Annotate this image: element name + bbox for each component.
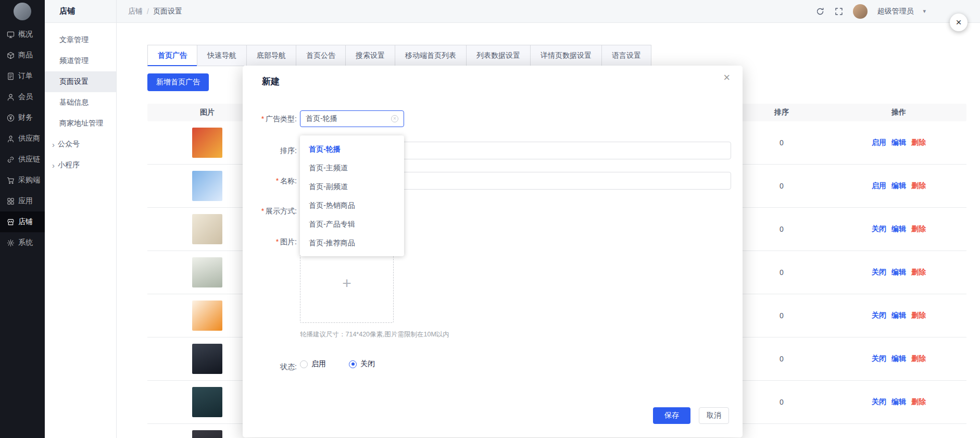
sidebar-item-shop[interactable]: 店铺 — [0, 211, 45, 232]
edit-link[interactable]: 编辑 — [891, 268, 906, 277]
sidebar-item-channel-management[interactable]: 频道管理 — [45, 51, 116, 71]
edit-link[interactable]: 编辑 — [891, 354, 906, 364]
sidebar-item-members[interactable]: 会员 — [0, 86, 45, 107]
submenu-label: 文章管理 — [59, 35, 89, 45]
sidebar-item-mini-program[interactable]: ›小程序 — [45, 155, 116, 176]
save-button[interactable]: 保存 — [653, 407, 690, 424]
sidebar-item-supply-chain[interactable]: 供应链 — [0, 149, 45, 170]
breadcrumb-item[interactable]: 店铺 — [128, 7, 143, 16]
tab-search-settings[interactable]: 搜索设置 — [345, 45, 395, 66]
sidebar-item-system[interactable]: 系统 — [0, 232, 45, 253]
edit-link[interactable]: 编辑 — [891, 224, 906, 234]
edit-link[interactable]: 编辑 — [891, 311, 906, 320]
sidebar-item-goods[interactable]: 商品 — [0, 45, 45, 66]
sort-value: 0 — [732, 355, 831, 363]
apps-icon — [7, 197, 15, 205]
radio-unchecked-icon — [300, 360, 308, 368]
sort-label: 排序: — [245, 146, 297, 156]
sort-value: 0 — [732, 311, 831, 320]
required-mark: * — [261, 115, 264, 123]
status-option-disable[interactable]: 关闭 — [349, 359, 375, 369]
dropdown-option-home-hot-goods[interactable]: 首页-热销商品 — [300, 196, 404, 215]
user-avatar[interactable] — [853, 4, 868, 19]
tab-home-notice[interactable]: 首页公告 — [296, 45, 346, 66]
sidebar-item-label: 会员 — [18, 92, 33, 102]
sidebar-item-finance[interactable]: 财务 — [0, 107, 45, 128]
sidebar-item-page-settings[interactable]: 页面设置 — [45, 71, 116, 92]
image-label: *图片: — [245, 237, 297, 247]
disable-link[interactable]: 关闭 — [872, 224, 886, 234]
sidebar-item-overview[interactable]: 概况 — [0, 24, 45, 45]
add-home-ad-button[interactable]: 新增首页广告 — [147, 73, 209, 91]
floating-close-button[interactable]: × — [950, 14, 968, 31]
close-icon[interactable]: × — [723, 72, 730, 83]
status-radio-group: 启用 关闭 — [300, 359, 375, 369]
supply-chain-icon — [7, 156, 15, 164]
app-logo[interactable] — [0, 0, 45, 23]
required-mark: * — [261, 207, 264, 215]
sidebar-item-supplier[interactable]: 供应商 — [0, 128, 45, 149]
dropdown-option-home-main-channel[interactable]: 首页-主频道 — [300, 158, 404, 177]
delete-link[interactable]: 删除 — [911, 224, 926, 234]
sidebar-item-procurement[interactable]: 采购端 — [0, 170, 45, 191]
delete-link[interactable]: 删除 — [911, 181, 926, 191]
cart-icon — [7, 177, 15, 184]
clear-icon[interactable]: × — [391, 115, 398, 122]
submenu-label: 频道管理 — [59, 56, 89, 66]
disable-link[interactable]: 关闭 — [872, 268, 886, 277]
chevron-right-icon: › — [52, 140, 55, 149]
dropdown-option-home-product-album[interactable]: 首页-产品专辑 — [300, 215, 404, 233]
user-name[interactable]: 超级管理员 — [877, 7, 913, 16]
product-thumbnail — [192, 171, 222, 201]
sidebar-item-official-account[interactable]: ›公众号 — [45, 134, 116, 155]
image-size-hint: 轮播建议尺寸：714*420像素,图片需限制在10M以内 — [300, 330, 449, 339]
plus-icon: + — [342, 274, 351, 292]
product-thumbnail — [192, 387, 222, 417]
tab-list-data-settings[interactable]: 列表数据设置 — [466, 45, 531, 66]
sidebar-item-article-management[interactable]: 文章管理 — [45, 30, 116, 51]
edit-link[interactable]: 编辑 — [891, 138, 906, 147]
sidebar-item-label: 采购端 — [18, 176, 40, 185]
disable-link[interactable]: 关闭 — [872, 311, 886, 320]
delete-link[interactable]: 删除 — [911, 268, 926, 277]
fullscreen-icon[interactable] — [834, 7, 844, 16]
product-thumbnail — [192, 344, 222, 374]
sidebar-item-apps[interactable]: 应用 — [0, 191, 45, 211]
refresh-icon[interactable] — [815, 7, 825, 16]
sidebar-item-basic-info[interactable]: 基础信息 — [45, 92, 116, 113]
tab-detail-data-settings[interactable]: 详情页数据设置 — [530, 45, 602, 66]
dropdown-option-home-carousel[interactable]: 首页-轮播 — [300, 140, 404, 158]
ad-type-label: *广告类型: — [245, 115, 297, 124]
enable-link[interactable]: 启用 — [872, 138, 886, 147]
edit-link[interactable]: 编辑 — [891, 181, 906, 191]
disable-link[interactable]: 关闭 — [872, 354, 886, 364]
breadcrumb-item-current: 页面设置 — [153, 7, 182, 16]
sidebar-item-label: 订单 — [18, 71, 33, 81]
cancel-button[interactable]: 取消 — [699, 407, 729, 424]
sidebar-item-label: 应用 — [18, 196, 33, 206]
delete-link[interactable]: 删除 — [911, 138, 926, 147]
enable-link[interactable]: 启用 — [872, 181, 886, 191]
tab-home-ads[interactable]: 首页广告 — [147, 45, 197, 66]
radio-label: 启用 — [311, 359, 326, 369]
tab-footer-nav[interactable]: 底部导航 — [246, 45, 296, 66]
submenu-label: 页面设置 — [59, 77, 89, 86]
sort-value: 0 — [732, 182, 831, 190]
delete-link[interactable]: 删除 — [911, 311, 926, 320]
delete-link[interactable]: 删除 — [911, 397, 926, 407]
delete-link[interactable]: 删除 — [911, 354, 926, 364]
dropdown-option-home-recommend-goods[interactable]: 首页-推荐商品 — [300, 233, 404, 252]
ad-type-select[interactable]: 首页-轮播 × — [300, 110, 404, 127]
sidebar-item-merchant-address[interactable]: 商家地址管理 — [45, 113, 116, 134]
tab-mobile-home-list[interactable]: 移动端首页列表 — [395, 45, 467, 66]
disable-link[interactable]: 关闭 — [872, 397, 886, 407]
tab-quick-nav[interactable]: 快速导航 — [197, 45, 247, 66]
close-icon: × — [956, 17, 961, 28]
chevron-down-icon[interactable]: ▾ — [923, 8, 926, 15]
sidebar-item-orders[interactable]: 订单 — [0, 66, 45, 86]
status-option-enable[interactable]: 启用 — [300, 359, 326, 369]
tab-language-settings[interactable]: 语言设置 — [601, 45, 651, 66]
edit-link[interactable]: 编辑 — [891, 397, 906, 407]
dropdown-option-home-sub-channel[interactable]: 首页-副频道 — [300, 177, 404, 196]
sidebar-item-label: 概况 — [18, 30, 33, 39]
